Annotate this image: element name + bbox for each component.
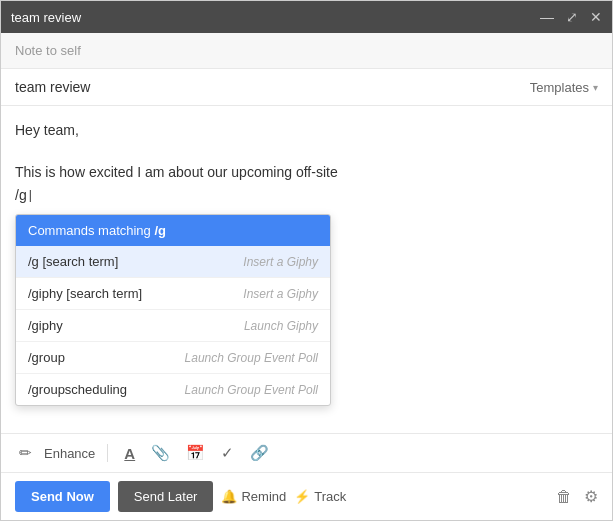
dropdown-header: Commands matching /g bbox=[16, 215, 330, 246]
text-cursor-icon: | bbox=[29, 188, 32, 202]
body-line2 bbox=[15, 141, 598, 162]
toolbar-divider bbox=[107, 444, 108, 462]
settings-icon[interactable]: ⚙ bbox=[584, 487, 598, 506]
font-icon[interactable]: A bbox=[120, 443, 139, 464]
cmd-desc: Insert a Giphy bbox=[243, 255, 318, 269]
dropdown-header-prefix: Commands matching bbox=[28, 223, 154, 238]
checkmark-icon[interactable]: ✓ bbox=[217, 442, 238, 464]
subject-row: team review Templates ▾ bbox=[1, 69, 612, 106]
chevron-down-icon: ▾ bbox=[593, 82, 598, 93]
remind-label: Remind bbox=[241, 489, 286, 504]
window-title: team review bbox=[11, 10, 81, 25]
trash-icon[interactable]: 🗑 bbox=[556, 488, 572, 506]
remind-button[interactable]: 🔔 Remind bbox=[221, 489, 286, 504]
command-dropdown: Commands matching /g /g [search term] In… bbox=[15, 214, 331, 406]
enhance-label[interactable]: Enhance bbox=[44, 446, 95, 461]
dropdown-header-term: /g bbox=[154, 223, 166, 238]
dropdown-item[interactable]: /groupscheduling Launch Group Event Poll bbox=[16, 374, 330, 405]
track-button[interactable]: ⚡ Track bbox=[294, 489, 346, 504]
formatting-toolbar: ✏ Enhance A 📎 📅 ✓ 🔗 bbox=[1, 433, 612, 472]
body-area[interactable]: Hey team, This is how excited I am about… bbox=[1, 106, 612, 433]
attachment-icon[interactable]: 📎 bbox=[147, 442, 174, 464]
remind-icon: 🔔 bbox=[221, 489, 237, 504]
close-button[interactable]: ✕ bbox=[590, 9, 602, 25]
compose-window: team review — ⤢ ✕ Note to self team revi… bbox=[0, 0, 613, 521]
templates-label: Templates bbox=[530, 80, 589, 95]
action-bar: Send Now Send Later 🔔 Remind ⚡ Track 🗑 ⚙ bbox=[1, 472, 612, 520]
link-icon[interactable]: 🔗 bbox=[246, 442, 273, 464]
cmd-name: /groupscheduling bbox=[28, 382, 127, 397]
cmd-name: /giphy [search term] bbox=[28, 286, 142, 301]
dropdown-item[interactable]: /giphy Launch Giphy bbox=[16, 310, 330, 342]
expand-button[interactable]: ⤢ bbox=[566, 9, 578, 25]
minimize-button[interactable]: — bbox=[540, 9, 554, 25]
subject-text: team review bbox=[15, 79, 90, 95]
cmd-name: /g [search term] bbox=[28, 254, 118, 269]
enhance-icon: ✏ bbox=[15, 442, 36, 464]
body-line4: /g bbox=[15, 187, 27, 203]
titlebar: team review — ⤢ ✕ bbox=[1, 1, 612, 33]
send-now-button[interactable]: Send Now bbox=[15, 481, 110, 512]
calendar-icon[interactable]: 📅 bbox=[182, 442, 209, 464]
cmd-desc: Insert a Giphy bbox=[243, 287, 318, 301]
action-right: 🗑 ⚙ bbox=[556, 487, 598, 506]
dropdown-item[interactable]: /giphy [search term] Insert a Giphy bbox=[16, 278, 330, 310]
dropdown-item[interactable]: /g [search term] Insert a Giphy bbox=[16, 246, 330, 278]
track-label: Track bbox=[314, 489, 346, 504]
window-controls: — ⤢ ✕ bbox=[540, 9, 602, 25]
cmd-desc: Launch Giphy bbox=[244, 319, 318, 333]
send-later-button[interactable]: Send Later bbox=[118, 481, 214, 512]
lightning-icon: ⚡ bbox=[294, 489, 310, 504]
templates-button[interactable]: Templates ▾ bbox=[530, 80, 598, 95]
dropdown-item[interactable]: /group Launch Group Event Poll bbox=[16, 342, 330, 374]
body-line1: Hey team, bbox=[15, 120, 598, 141]
cmd-name: /group bbox=[28, 350, 65, 365]
note-to-self-label: Note to self bbox=[1, 33, 612, 69]
cmd-name: /giphy bbox=[28, 318, 63, 333]
cmd-desc: Launch Group Event Poll bbox=[185, 351, 318, 365]
cmd-desc: Launch Group Event Poll bbox=[185, 383, 318, 397]
cursor-line: /g | bbox=[15, 187, 598, 203]
body-line3: This is how excited I am about our upcom… bbox=[15, 162, 598, 183]
